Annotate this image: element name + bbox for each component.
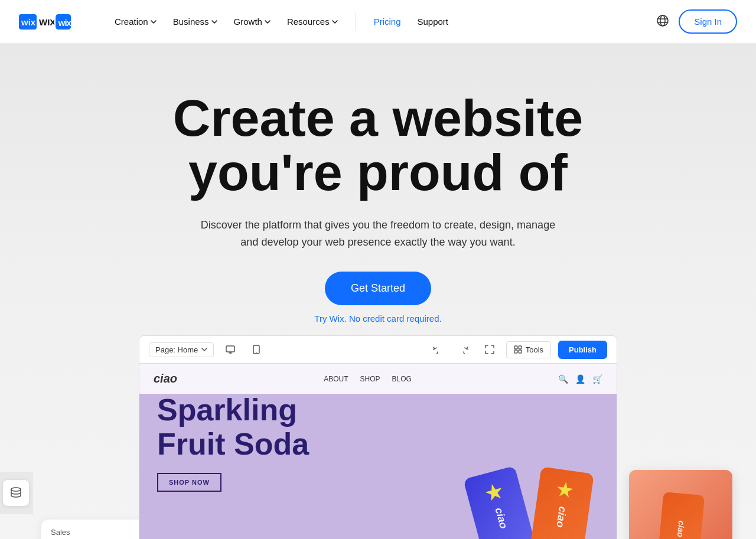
svg-rect-15 [514,346,517,349]
chevron-down-icon [201,348,207,351]
wix-logo[interactable]: wix WIX wix [19,14,90,30]
nav-divider [356,13,356,31]
svg-rect-17 [514,350,517,353]
shop-now-button[interactable]: SHOP NOW [157,473,221,492]
tools-button[interactable]: Tools [506,341,551,358]
svg-point-14 [256,352,257,354]
svg-point-9 [11,488,21,491]
ciao-header: ciao ABOUT SHOP BLOG 🔍 👤 🛒 [139,364,617,394]
tools-icon [514,345,522,354]
cans-display: ciao ciao [487,469,581,539]
editor-preview: Page: Home [139,335,617,539]
mobile-view-icon[interactable] [247,340,266,359]
svg-rect-18 [519,350,522,353]
ciao-nav-about[interactable]: ABOUT [324,375,348,383]
desktop-view-icon[interactable] [221,340,240,359]
search-icon[interactable]: 🔍 [558,374,568,384]
sign-in-button[interactable]: Sign In [679,9,737,34]
get-started-button[interactable]: Get Started [325,272,431,305]
chevron-down-icon [332,19,338,25]
nav-links: Creation Business Growth Resources Prici… [109,13,656,31]
svg-text:wix: wix [21,17,36,27]
sales-card: Sales $212K ↑ [41,520,151,539]
nav-support[interactable]: Support [412,13,455,30]
publish-button[interactable]: Publish [558,341,607,359]
editor-preview-area: Sales $212K ↑ Page: Home [24,324,732,539]
redo-icon[interactable] [454,340,473,359]
svg-point-6 [660,15,665,26]
chevron-down-icon [265,19,271,25]
fullscreen-icon[interactable] [480,340,499,359]
ciao-nav-shop[interactable]: SHOP [360,375,380,383]
nav-resources[interactable]: Resources [281,13,344,30]
hero-title: Create a website you're proud of [173,91,584,200]
chevron-down-icon [211,19,217,25]
hero-subtitle: Discover the platform that gives you the… [195,217,561,251]
editor-canvas: ciao ABOUT SHOP BLOG 🔍 👤 🛒 Spa [139,364,617,539]
editor-toolbar: Page: Home [139,335,617,364]
svg-point-5 [657,15,668,26]
language-icon[interactable] [656,14,669,30]
ciao-title: Sparkling Fruit Soda [157,393,599,460]
svg-text:WIX: WIX [39,17,54,27]
ciao-icons: 🔍 👤 🛒 [558,374,602,384]
nav-growth[interactable]: Growth [228,13,276,30]
svg-text:wix: wix [58,18,72,27]
hero-section: Create a website you're proud of Discove… [0,44,756,539]
try-wix-text: Try Wix. No credit card required. [314,313,441,324]
ciao-nav: ABOUT SHOP BLOG [324,375,412,383]
nav-right: Sign In [656,9,737,34]
chevron-down-icon [151,19,157,25]
ciao-logo: ciao [154,372,177,386]
orange-can: ciao [528,467,594,539]
ciao-product-image: ciao [629,470,732,539]
ciao-nav-blog[interactable]: BLOG [392,375,412,383]
svg-rect-10 [226,346,234,352]
nav-business[interactable]: Business [167,13,223,30]
right-float-card: ciao [629,470,732,539]
svg-rect-16 [519,346,522,349]
page-selector[interactable]: Page: Home [149,342,214,357]
blue-can: ciao [463,466,539,539]
user-icon[interactable]: 👤 [575,374,585,384]
navbar: wix WIX wix Creation Business Growth Res… [0,0,756,44]
nav-creation[interactable]: Creation [109,13,162,30]
undo-icon[interactable] [428,340,447,359]
cart-icon[interactable]: 🛒 [592,374,602,384]
nav-pricing[interactable]: Pricing [368,13,407,30]
